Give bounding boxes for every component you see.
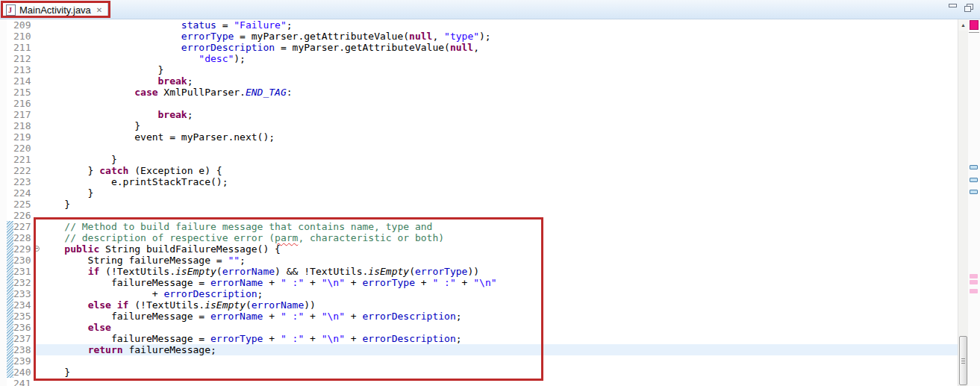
quick-diff-changed-marker xyxy=(7,277,13,288)
line-number: 215 xyxy=(13,87,34,98)
overview-occurrence-marker[interactable] xyxy=(970,178,978,182)
code-text[interactable]: // Method to build failure message that … xyxy=(41,221,958,232)
code-line-220: 220 xyxy=(0,143,958,154)
annotation-ruler-cell xyxy=(0,355,7,367)
overview-warning-marker[interactable] xyxy=(970,280,978,284)
fold-column-cell xyxy=(34,87,41,98)
code-text[interactable]: } xyxy=(41,367,958,378)
code-text[interactable]: errorType = myParser.getAttributeValue(n… xyxy=(41,31,958,42)
annotation-ruler-cell xyxy=(0,243,7,255)
code-text[interactable]: String failureMessage = ""; xyxy=(41,255,958,266)
code-text[interactable]: } xyxy=(41,199,958,210)
fold-column-cell xyxy=(34,299,41,311)
misspelled-word: parm xyxy=(275,232,298,243)
code-line-232: 232 failureMessage = errorName + " :" + … xyxy=(0,277,958,288)
code-text[interactable] xyxy=(41,210,958,221)
code-line-233: 233 + errorDescription; xyxy=(0,288,958,299)
annotation-ruler-cell xyxy=(0,87,7,98)
vertical-scrollbar[interactable]: ▲ xyxy=(958,19,968,386)
quick-diff-changed-marker xyxy=(7,344,13,355)
line-number: 217 xyxy=(13,109,34,120)
fold-column-cell xyxy=(34,199,41,210)
fold-column-cell xyxy=(34,333,41,344)
fold-column-cell xyxy=(34,19,41,31)
code-text[interactable] xyxy=(41,98,958,109)
code-text[interactable]: e.printStackTrace(); xyxy=(41,176,958,187)
line-number: 230 xyxy=(13,255,34,266)
annotation-ruler-cell xyxy=(0,176,7,187)
code-text[interactable]: } catch (Exception e) { xyxy=(41,165,958,176)
code-text[interactable]: event = myParser.next(); xyxy=(41,131,958,143)
overview-ruler-header-badge[interactable] xyxy=(970,20,979,30)
code-text[interactable]: break; xyxy=(41,109,958,120)
quick-diff-changed-marker xyxy=(7,311,13,322)
quick-diff-cell xyxy=(7,87,13,98)
quick-diff-changed-marker xyxy=(7,299,13,311)
restore-icon[interactable] xyxy=(964,4,973,12)
quick-diff-cell xyxy=(7,154,13,165)
scrollbar-thumb[interactable] xyxy=(959,336,967,385)
annotation-ruler-cell xyxy=(0,64,7,75)
fold-column-cell xyxy=(34,266,41,277)
code-line-229: 229 public String buildFailureMessage() … xyxy=(0,243,958,255)
code-text[interactable]: } xyxy=(41,120,958,131)
overview-occurrence-marker[interactable] xyxy=(970,165,978,169)
code-editor[interactable]: 209 status = "Failure";210 errorType = m… xyxy=(0,19,980,386)
code-text[interactable]: case XmlPullParser.END_TAG: xyxy=(41,87,958,98)
code-text[interactable]: else xyxy=(41,322,958,333)
tab-close-icon[interactable]: ✕ xyxy=(96,6,102,14)
overview-occurrence-marker[interactable] xyxy=(970,190,978,194)
quick-diff-cell xyxy=(7,31,13,42)
fold-column-cell xyxy=(34,311,41,322)
code-text[interactable]: } xyxy=(41,64,958,75)
code-line-239: 239 xyxy=(0,355,958,367)
annotation-ruler-cell xyxy=(0,333,7,344)
annotation-ruler-cell xyxy=(0,53,7,64)
code-text[interactable]: else if (!TextUtils.isEmpty(errorName)) xyxy=(41,299,958,311)
quick-diff-changed-marker xyxy=(7,288,13,299)
annotation-ruler-cell xyxy=(0,199,7,210)
code-line-215: 215 case XmlPullParser.END_TAG: xyxy=(0,87,958,98)
fold-column-cell xyxy=(34,42,41,53)
overview-warning-marker[interactable] xyxy=(970,274,978,278)
code-text[interactable]: } xyxy=(41,154,958,165)
line-number: 241 xyxy=(13,378,34,386)
code-text[interactable]: + errorDescription; xyxy=(41,288,958,299)
code-text[interactable] xyxy=(41,378,958,386)
code-text[interactable] xyxy=(41,143,958,154)
tab-mainactivity-java[interactable]: MainActivity.java ✕ xyxy=(2,1,108,18)
code-text[interactable]: return failureMessage; xyxy=(41,344,958,355)
line-number: 219 xyxy=(13,131,34,143)
fold-column-cell xyxy=(34,131,41,143)
code-text[interactable]: } xyxy=(41,187,958,199)
annotation-ruler-cell xyxy=(0,75,7,87)
line-number: 228 xyxy=(13,232,34,243)
scroll-up-arrow-icon[interactable]: ▲ xyxy=(958,19,968,31)
code-text[interactable]: public String buildFailureMessage() { xyxy=(41,243,958,255)
code-text[interactable]: "desc"); xyxy=(41,53,958,64)
quick-diff-changed-marker xyxy=(7,355,13,367)
code-line-212: 212 "desc"); xyxy=(0,53,958,64)
code-text[interactable] xyxy=(41,355,958,367)
code-text[interactable]: failureMessage = errorName + " :" + "\n"… xyxy=(41,311,958,322)
code-text[interactable]: // description of respective error (parm… xyxy=(41,232,958,243)
code-text[interactable]: status = "Failure"; xyxy=(41,19,958,31)
fold-collapse-icon[interactable] xyxy=(34,246,40,252)
code-text[interactable]: failureMessage = errorName + " :" + "\n"… xyxy=(41,277,958,288)
quick-diff-cell xyxy=(7,120,13,131)
code-text[interactable]: if (!TextUtils.isEmpty(errorName) && !Te… xyxy=(41,266,958,277)
line-number: 209 xyxy=(13,19,34,31)
code-line-231: 231 if (!TextUtils.isEmpty(errorName) &&… xyxy=(0,266,958,277)
minimize-icon[interactable] xyxy=(949,4,957,10)
code-text[interactable]: errorDescription = myParser.getAttribute… xyxy=(41,42,958,53)
quick-diff-cell xyxy=(7,165,13,176)
quick-diff-cell xyxy=(7,199,13,210)
code-text[interactable]: failureMessage = errorType + " :" + "\n"… xyxy=(41,333,958,344)
overview-warning-marker[interactable] xyxy=(970,289,978,293)
line-number: 233 xyxy=(13,288,34,299)
quick-diff-cell xyxy=(7,75,13,87)
code-text[interactable]: break; xyxy=(41,75,958,87)
code-line-228: 228 // description of respective error (… xyxy=(0,232,958,243)
fold-column-cell xyxy=(34,277,41,288)
overview-ruler xyxy=(968,19,980,386)
